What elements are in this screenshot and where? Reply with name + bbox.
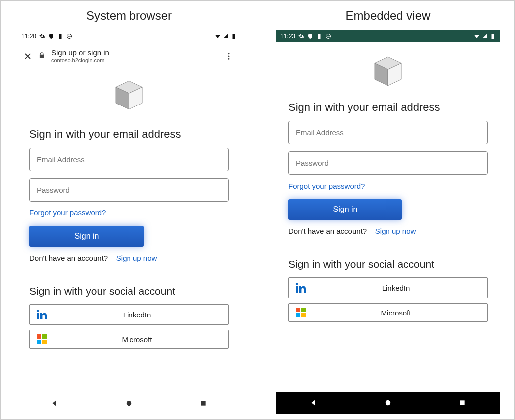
no-account-row: Don't have an account? Sign up now	[288, 227, 488, 235]
status-bar: 11:20	[17, 30, 241, 42]
microsoft-icon	[35, 334, 49, 344]
phone-system-browser: 11:20 Sign up or sign in contoso.b2clogi…	[17, 30, 241, 414]
linkedin-button[interactable]: LinkedIn	[288, 277, 488, 298]
microsoft-button[interactable]: Microsoft	[29, 330, 229, 349]
social-heading: Sign in with your social account	[29, 285, 229, 297]
nav-home-button[interactable]	[378, 393, 398, 413]
signin-content: Sign in with your email address Forgot y…	[276, 42, 500, 322]
page-domain: contoso.b2clogin.com	[51, 57, 109, 63]
android-nav-bar	[17, 392, 241, 414]
browser-address-bar: Sign up or sign in contoso.b2clogin.com	[17, 42, 241, 70]
battery-saver-icon	[57, 33, 63, 39]
close-icon[interactable]	[23, 52, 32, 61]
no-account-row: Don't have an account? Sign up now	[29, 254, 229, 262]
gear-icon	[298, 33, 304, 39]
svg-point-19	[386, 400, 391, 406]
forgot-password-link[interactable]: Forgot your password?	[29, 209, 106, 217]
email-field[interactable]	[29, 148, 229, 171]
svg-point-4	[228, 58, 230, 59]
signal-icon	[223, 33, 229, 39]
status-time: 11:20	[21, 33, 36, 40]
no-account-text: Don't have an account?	[288, 227, 367, 235]
svg-point-2	[228, 53, 230, 54]
status-time: 11:23	[280, 33, 295, 40]
microsoft-button[interactable]: Microsoft	[288, 303, 488, 322]
linkedin-label: LinkedIn	[310, 284, 482, 292]
lock-icon	[38, 52, 45, 61]
battery-saver-icon	[316, 33, 322, 39]
email-field[interactable]	[288, 121, 488, 144]
wifi-icon	[215, 33, 221, 39]
microsoft-label: Microsoft	[310, 309, 482, 317]
linkedin-button[interactable]: LinkedIn	[29, 304, 229, 325]
svg-point-10	[127, 400, 132, 406]
no-account-text: Don't have an account?	[29, 254, 108, 262]
signin-button[interactable]: Sign in	[288, 199, 402, 220]
battery-icon	[231, 33, 237, 39]
gear-icon	[39, 33, 45, 39]
nav-recents-button[interactable]	[193, 393, 213, 413]
caption-embedded-view: Embedded view	[276, 9, 500, 23]
wifi-icon	[474, 33, 480, 39]
nav-recents-button[interactable]	[452, 393, 472, 413]
linkedin-icon	[35, 309, 49, 320]
svg-point-9	[37, 310, 39, 312]
svg-rect-11	[201, 401, 206, 405]
signup-link[interactable]: Sign up now	[375, 227, 416, 235]
status-bar: 11:23	[276, 30, 500, 42]
android-nav-bar	[276, 392, 500, 414]
linkedin-label: LinkedIn	[51, 311, 223, 319]
password-field[interactable]	[288, 151, 488, 175]
svg-rect-20	[460, 400, 465, 405]
svg-point-18	[296, 283, 298, 285]
comparison-frame: System browser Embedded view 11:20 Sign …	[0, 0, 515, 420]
address-title-block[interactable]: Sign up or sign in contoso.b2clogin.com	[51, 49, 109, 63]
phone-embedded-view: 11:23 Sign in with your email add	[276, 30, 500, 414]
page-title: Sign up or sign in	[51, 49, 109, 57]
password-field[interactable]	[29, 178, 229, 202]
shield-icon	[48, 33, 54, 39]
forgot-password-link[interactable]: Forgot your password?	[288, 182, 365, 190]
microsoft-icon	[294, 308, 308, 317]
linkedin-icon	[294, 282, 308, 294]
nav-back-button[interactable]	[304, 393, 324, 413]
battery-icon	[490, 33, 496, 39]
microsoft-label: Microsoft	[51, 335, 223, 344]
overflow-menu-icon[interactable]	[223, 50, 235, 62]
app-logo	[288, 53, 488, 89]
shield-icon	[307, 33, 313, 39]
signin-heading: Sign in with your email address	[288, 101, 488, 114]
signup-link[interactable]: Sign up now	[116, 254, 157, 262]
caption-system-browser: System browser	[17, 9, 241, 23]
social-heading: Sign in with your social account	[288, 258, 488, 270]
svg-point-3	[228, 55, 230, 57]
app-logo	[29, 77, 229, 113]
dnd-icon	[325, 33, 331, 39]
svg-rect-8	[37, 313, 39, 319]
signal-icon	[482, 33, 488, 39]
nav-back-button[interactable]	[45, 393, 65, 413]
signin-button[interactable]: Sign in	[29, 226, 144, 247]
signin-content: Sign in with your email address Forgot y…	[17, 70, 241, 349]
nav-home-button[interactable]	[119, 393, 139, 413]
dnd-icon	[66, 33, 72, 39]
signin-heading: Sign in with your email address	[29, 128, 229, 141]
svg-rect-17	[296, 286, 298, 293]
